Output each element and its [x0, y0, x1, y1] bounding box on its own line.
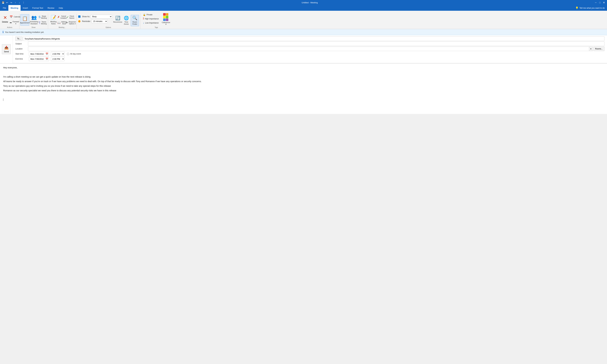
subject-field[interactable] — [28, 41, 605, 46]
meeting-notes-label: MeetingNotes — [50, 21, 56, 25]
recurrence-icon: 🔄 — [115, 16, 120, 21]
appointment-icon: 📋 — [22, 16, 28, 21]
send-panel: 📤 Send — [0, 35, 13, 63]
options-group-label: Options — [78, 26, 139, 29]
start-calendar-btn[interactable]: 📅 — [45, 52, 49, 55]
cat-orange — [166, 13, 168, 16]
down-btn[interactable]: ↓ — [18, 1, 21, 4]
menu-meeting[interactable]: Meeting — [8, 5, 21, 11]
show-group-label: Show — [20, 26, 47, 29]
save-btn[interactable]: 💾 — [1, 1, 5, 4]
cancel-invitation-button[interactable]: ✗ CancelInvitation — [58, 14, 66, 20]
check-names-button[interactable]: ✓ CheckNames — [66, 14, 74, 20]
location-dropdown-btn[interactable]: ▼ — [589, 47, 593, 51]
lock-icon: 🔒 — [143, 13, 145, 16]
cat-red — [163, 13, 166, 16]
skype-meeting-button[interactable]: S SkypeMeeting — [39, 14, 47, 20]
send-label: Send — [4, 50, 9, 53]
categorize-label: Categorize ▾ — [161, 22, 171, 26]
response-options-button[interactable]: ↩ ResponseOptions ▾ — [66, 20, 75, 26]
send-button[interactable]: 📤 Send — [2, 44, 11, 54]
meeting-notes-button[interactable]: 📝 MeetingNotes — [49, 14, 58, 26]
ribbon-group-tags: 🔒 Private ! High Importance ↓ Low Import… — [141, 11, 173, 29]
minimize-btn[interactable]: ─ — [594, 1, 597, 4]
high-importance-item[interactable]: ! High Importance — [142, 17, 159, 21]
close-btn[interactable]: ✕ — [602, 1, 606, 4]
undo-btn[interactable]: ↩ — [5, 1, 9, 4]
delete-label: Delete — [2, 21, 8, 23]
form-send-wrap: 📤 Send To... Subject Location — [0, 35, 607, 63]
rooms-button[interactable]: Rooms... — [594, 47, 605, 51]
end-time-row: End time 📅 2:30 PM 8:00 AM 9:00 AM 12:00… — [15, 57, 605, 61]
show-as-label: Show As: — [82, 15, 90, 18]
menu-help[interactable]: Help — [57, 5, 65, 11]
address-book-button[interactable]: 📖 AddressBook — [58, 20, 66, 26]
delete-icon: ✕ — [3, 15, 7, 20]
address-book-icon: 📖 — [57, 21, 61, 25]
tell-me[interactable]: 💡 Tell me what you want to do — [574, 5, 606, 11]
to-row: To... — [15, 37, 605, 41]
reminder-select[interactable]: 15 minutes None 0 minutes 5 minutes 10 m… — [92, 19, 107, 23]
start-date-field[interactable] — [29, 52, 45, 56]
location-field[interactable] — [28, 47, 589, 51]
menu-review[interactable]: Review — [45, 5, 57, 11]
room-finder-icon: 🔍 — [132, 16, 137, 21]
recurrence-button[interactable]: 🔄 Recurrence — [114, 15, 122, 26]
maximize-btn[interactable]: □ — [598, 1, 602, 4]
menu-bar: File Meeting Insert Format Text Review H… — [0, 5, 607, 11]
to-field[interactable] — [23, 37, 605, 41]
teams-icon: T — [39, 21, 40, 25]
recurrence-label: Recurrence — [113, 21, 122, 23]
delete-button[interactable]: ✕ Delete — [1, 14, 9, 26]
menu-file[interactable]: File — [1, 5, 8, 11]
response-icon: ↩ — [66, 21, 68, 25]
forward-button[interactable]: ➡ Forward ▾ — [9, 20, 18, 26]
end-calendar-btn[interactable]: 📅 — [45, 58, 49, 60]
info-icon: ℹ — [2, 30, 4, 34]
cat-yellow — [163, 16, 166, 18]
categorize-button[interactable]: Categorize ▾ — [161, 12, 171, 26]
body-area[interactable]: Hey everyone,I'm calling a short meeting… — [0, 63, 607, 114]
location-input-wrap: ▼ — [28, 47, 593, 51]
show-as-row: Show As: Busy Free Tentative Out of Offi… — [78, 14, 113, 19]
reminder-icon — [78, 20, 80, 22]
options-selects: Show As: Busy Free Tentative Out of Offi… — [78, 14, 113, 24]
teams-meeting-button[interactable]: T TeamsMeeting — [39, 20, 47, 26]
high-importance-icon: ! — [143, 17, 144, 20]
check-names-label: CheckNames — [69, 15, 74, 19]
private-label: Private — [146, 13, 152, 16]
menu-format-text[interactable]: Format Text — [30, 5, 45, 11]
ribbon-group-options: Show As: Busy Free Tentative Out of Offi… — [77, 13, 140, 29]
low-importance-item[interactable]: ↓ Low Importance — [142, 21, 159, 25]
all-day-checkbox[interactable] — [67, 53, 69, 55]
end-time-select[interactable]: 2:30 PM 8:00 AM 9:00 AM 12:00 PM 2:00 PM… — [51, 57, 64, 61]
title-bar-right: ─ □ ✕ — [594, 1, 606, 4]
response-label: ResponseOptions ▾ — [69, 21, 76, 25]
start-time-select[interactable]: 2:00 PM 8:00 AM 8:30 AM 9:00 AM 12:00 PM… — [51, 52, 64, 56]
scheduling-assistant-button[interactable]: 👥 SchedulingAssistant — [29, 14, 39, 26]
cat-purple — [166, 18, 168, 21]
menu-insert[interactable]: Insert — [21, 5, 30, 11]
subject-label: Subject — [15, 43, 28, 45]
content-area: 📤 Send To... Subject Location — [0, 35, 607, 114]
to-button[interactable]: To... — [15, 37, 22, 41]
room-finder-button[interactable]: 🔍 RoomFinder — [131, 15, 139, 26]
end-date-field[interactable] — [29, 57, 45, 61]
up-btn[interactable]: ↑ — [13, 1, 17, 4]
start-time-wrap: 2:00 PM 8:00 AM 8:30 AM 9:00 AM 12:00 PM… — [51, 52, 65, 56]
check-names-icon: ✓ — [66, 15, 69, 19]
show-as-select[interactable]: Busy Free Tentative Out of Office Workin… — [91, 15, 112, 18]
all-day-label: All day event — [70, 53, 81, 55]
tags-group-label: Tags — [141, 26, 171, 29]
end-time-wrap: 2:30 PM 8:00 AM 9:00 AM 12:00 PM 2:00 PM… — [51, 57, 65, 61]
high-importance-label: High Importance — [145, 18, 159, 20]
start-time-label: Start time — [15, 53, 28, 55]
more-btn[interactable]: ⋮ — [22, 1, 25, 4]
all-day-check[interactable]: All day event — [67, 53, 81, 55]
private-item[interactable]: 🔒 Private — [142, 13, 159, 16]
appointment-button[interactable]: 📋 Appointment — [20, 14, 29, 26]
calendar-button[interactable]: 📅 Calendar — [9, 14, 18, 20]
cat-green — [166, 16, 168, 18]
time-zones-button[interactable]: 🌐 TimeZones — [122, 15, 131, 26]
redo-btn[interactable]: ↪ — [10, 1, 13, 4]
